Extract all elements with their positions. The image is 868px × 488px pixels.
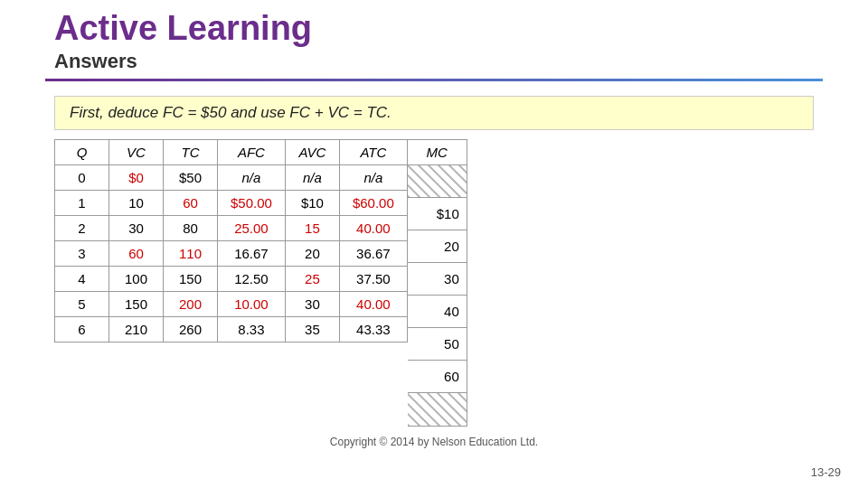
copyright: Copyright © 2014 by Nelson Education Ltd… (54, 436, 814, 448)
mc-hatch-bottom (408, 393, 467, 426)
table-row: 6 210 260 8.33 35 43.33 (55, 317, 408, 343)
page-number: 13-29 (811, 465, 841, 479)
intro-box: First, deduce FC = $50 and use FC + VC =… (54, 96, 814, 130)
mc-header: MC (408, 140, 467, 165)
table-row: 3 60 110 16.67 20 36.67 (55, 241, 408, 267)
table-row: 4 100 150 12.50 25 37.50 (55, 267, 408, 292)
col-tc: TC (164, 140, 218, 165)
table-row: 1 10 60 $50.00 $10 $60.00 (55, 191, 408, 216)
col-q: Q (55, 140, 109, 165)
page-title: Active Learning (0, 0, 868, 50)
col-atc: ATC (339, 140, 407, 165)
col-avc: AVC (285, 140, 339, 165)
main-table: Q VC TC AFC AVC ATC 0 $0 $50 n/a n/a n/a (54, 139, 408, 343)
table-row: 0 $0 $50 n/a n/a n/a (55, 165, 408, 191)
mc-val-40: 40 (408, 296, 467, 328)
divider (45, 79, 823, 81)
mc-val-60: 60 (408, 361, 467, 393)
mc-column: MC $10 20 30 40 50 60 (408, 139, 467, 427)
mc-val-10: $10 (408, 198, 467, 230)
mc-hatch-top (408, 165, 467, 198)
col-vc: VC (109, 140, 164, 165)
mc-val-50: 50 (408, 328, 467, 361)
page-subtitle: Answers (0, 50, 868, 79)
mc-val-20: 20 (408, 230, 467, 263)
mc-val-30: 30 (408, 263, 467, 296)
table-row: 2 30 80 25.00 15 40.00 (55, 216, 408, 241)
table-row: 5 150 200 10.00 30 40.00 (55, 292, 408, 317)
col-afc: AFC (218, 140, 286, 165)
